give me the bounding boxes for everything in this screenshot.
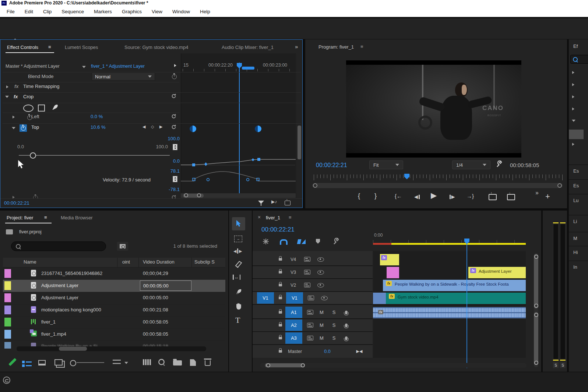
track-header-v4[interactable]: V4: [253, 253, 373, 266]
column-subclip-clipped[interactable]: Subclip S: [194, 259, 215, 265]
tree-chevron-expanded-icon[interactable]: [572, 120, 575, 122]
track-header-a2[interactable]: A2 M S: [253, 319, 373, 332]
project-search-box[interactable]: [11, 241, 106, 251]
add-keyframe-icon[interactable]: ◇: [151, 124, 154, 129]
duration-edit-box[interactable]: 00:00:05:00: [140, 280, 191, 291]
table-row[interactable]: 23167741_56540619046862 00;00;04;29: [3, 268, 225, 280]
track-target-a3[interactable]: A3: [285, 332, 302, 344]
tab-program[interactable]: Program: fiver_1: [318, 44, 354, 50]
timeline-ruler-ticks[interactable]: [373, 240, 526, 243]
track-label-v3[interactable]: V3: [291, 270, 296, 275]
freeform-view-button[interactable]: [54, 359, 63, 365]
ec-playhead-bar[interactable]: [242, 67, 254, 70]
v-scrollbar-thumb[interactable]: [534, 312, 538, 365]
toggle-track-visibility-icon[interactable]: [317, 270, 324, 275]
nest-sequence-icon[interactable]: [262, 238, 270, 245]
effects-panel-title-clipped[interactable]: Ef: [573, 43, 578, 49]
tab-media-browser[interactable]: Media Browser: [61, 215, 93, 220]
step-back-button[interactable]: ◀: [414, 194, 420, 199]
param-left-value[interactable]: 0.0 %: [91, 114, 103, 119]
track-header-a1[interactable]: A1 M S: [253, 306, 373, 319]
libraries-panel-clipped[interactable]: Li: [573, 219, 577, 224]
program-timecode[interactable]: 00:00:22:21: [316, 162, 347, 169]
clip-v3-adjustment-layer[interactable]: fx Adjustment Layer: [468, 267, 526, 278]
zoom-slider-track[interactable]: [77, 362, 104, 363]
project-h-scrollbar-thumb[interactable]: [59, 347, 87, 351]
voiceover-mic-icon[interactable]: [345, 311, 348, 314]
lumetri-color-panel-clipped[interactable]: Lu: [573, 198, 578, 203]
clip-v2-people-walking[interactable]: fx People Walking by on a Sidewalk - Roy…: [383, 280, 526, 291]
icon-view-button[interactable]: [38, 360, 46, 365]
info-panel-clipped[interactable]: In: [573, 264, 577, 270]
effect-time-remapping[interactable]: Time Remapping: [23, 84, 60, 89]
tree-chevron-icon[interactable]: [572, 143, 574, 146]
track-output-icon[interactable]: [307, 323, 313, 328]
type-tool[interactable]: T: [235, 315, 240, 325]
reset-param-icon[interactable]: [171, 124, 177, 130]
menu-sequence[interactable]: Sequence: [61, 9, 84, 14]
menu-view[interactable]: View: [152, 9, 162, 14]
lock-icon[interactable]: [279, 324, 282, 326]
slip-tool[interactable]: ↔: [233, 275, 240, 280]
go-to-out-button[interactable]: →}: [466, 193, 474, 199]
play-audio-icon[interactable]: ▶♪: [271, 199, 277, 204]
ec-current-timecode[interactable]: 00:00:22:21: [4, 200, 29, 206]
source-patch-v1[interactable]: V1: [257, 292, 274, 304]
track-output-icon[interactable]: [307, 336, 313, 340]
tree-selected-row[interactable]: [569, 130, 584, 139]
automate-to-sequence-button[interactable]: [143, 359, 151, 365]
prev-keyframe-icon[interactable]: ◀: [142, 124, 145, 129]
scrollbar-handle-icon[interactable]: [313, 183, 317, 188]
value-velocity-graph[interactable]: [181, 157, 296, 198]
table-row[interactable]: motionplaces hong kong000 00:00:21:08: [3, 304, 225, 317]
play-button[interactable]: ▶: [431, 191, 437, 200]
playback-resolution-select[interactable]: 1/4: [452, 160, 490, 169]
scrollbar-handle-icon[interactable]: [301, 363, 305, 367]
label-chip[interactable]: [4, 306, 11, 314]
reset-param-icon[interactable]: [171, 113, 177, 119]
solo-button[interactable]: S: [332, 335, 336, 341]
tree-chevron-icon[interactable]: [572, 95, 574, 98]
param-top-value[interactable]: 10.6 %: [91, 124, 105, 130]
rect-mask-icon[interactable]: [38, 105, 45, 112]
track-output-icon[interactable]: [304, 270, 310, 275]
timeline-settings-wrench-icon[interactable]: [333, 238, 340, 245]
panel-tab-overflow-icon[interactable]: »: [295, 43, 298, 50]
tab-source-monitor[interactable]: Source: Gym stock video.mp4: [124, 45, 188, 50]
v-scrollbar-thumb[interactable]: [534, 254, 538, 308]
track-header-v2[interactable]: V2: [253, 279, 373, 292]
table-row[interactable]: fiver_1.mp4 00:00:58:05: [3, 328, 225, 341]
expand-value-widget-icon[interactable]: [173, 144, 177, 150]
delete-trash-button[interactable]: [205, 360, 211, 366]
track-output-icon[interactable]: [304, 283, 310, 287]
track-target-a1[interactable]: A1: [285, 307, 302, 318]
label-chip[interactable]: [4, 330, 11, 339]
tree-chevron-icon[interactable]: [572, 83, 574, 86]
item-name[interactable]: motionplaces hong kong000: [41, 307, 101, 312]
label-chip[interactable]: [4, 269, 11, 278]
blend-mode-select[interactable]: Normal: [92, 73, 155, 81]
table-row[interactable]: Adjustment Layer 00:00:05:00: [3, 292, 225, 304]
razor-tool[interactable]: [234, 260, 243, 269]
clip-v3-pink[interactable]: [387, 267, 399, 278]
item-name[interactable]: fiver_1: [41, 319, 56, 325]
toggle-track-visibility-icon[interactable]: [317, 283, 324, 287]
menu-window[interactable]: Window: [172, 9, 190, 14]
item-duration[interactable]: 00:00:05:00: [143, 283, 169, 289]
track-header-v3[interactable]: V3: [253, 266, 373, 279]
voiceover-mic-icon[interactable]: [345, 324, 348, 327]
collapse-chevron-icon[interactable]: [12, 127, 15, 129]
track-output-icon[interactable]: [308, 296, 314, 300]
master-volume-value[interactable]: 0.0: [324, 349, 330, 354]
menu-clip[interactable]: Clip: [43, 9, 52, 14]
menu-graphics[interactable]: Graphics: [122, 9, 142, 14]
find-button[interactable]: [158, 359, 165, 365]
clip-v4-adjustment[interactable]: fx: [380, 254, 399, 265]
voiceover-mic-icon[interactable]: [345, 336, 348, 340]
next-keyframe-icon[interactable]: ▶: [159, 124, 162, 129]
step-forward-button[interactable]: ▶: [450, 194, 455, 199]
param-left-label[interactable]: Left: [31, 114, 39, 119]
track-output-icon[interactable]: [307, 310, 313, 315]
project-h-scrollbar-track[interactable]: [17, 346, 206, 351]
effect-crop[interactable]: Crop: [23, 94, 34, 99]
